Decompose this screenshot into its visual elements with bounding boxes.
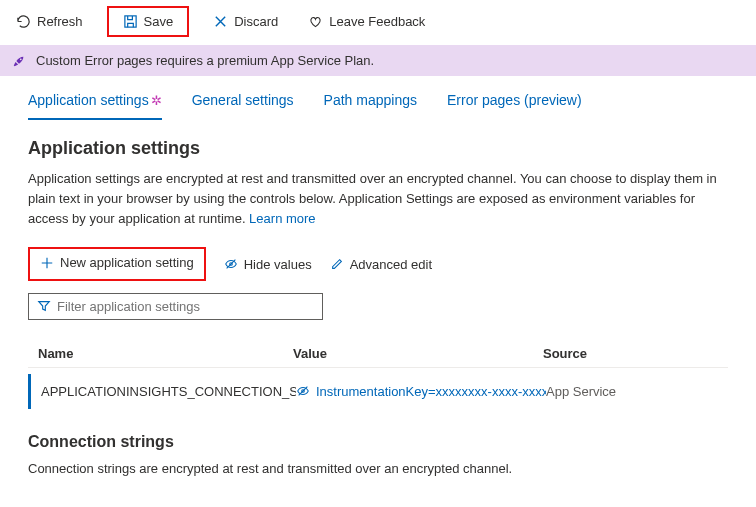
- discard-icon: [213, 14, 228, 29]
- tab-general[interactable]: General settings: [192, 92, 294, 120]
- tab-bar: Application settings✲ General settings P…: [0, 76, 756, 120]
- save-highlight-box: Save: [107, 6, 190, 37]
- tab-errors[interactable]: Error pages (preview): [447, 92, 582, 120]
- row-name: APPLICATIONINSIGHTS_CONNECTION_STRING: [41, 384, 296, 399]
- learn-more-link[interactable]: Learn more: [249, 211, 315, 226]
- hide-values-button[interactable]: Hide values: [224, 257, 312, 272]
- filter-input[interactable]: [57, 299, 314, 314]
- save-label: Save: [144, 14, 174, 29]
- refresh-label: Refresh: [37, 14, 83, 29]
- app-settings-heading: Application settings: [28, 138, 728, 159]
- settings-table: Name Value Source APPLICATIONINSIGHTS_CO…: [28, 340, 728, 409]
- row-value[interactable]: InstrumentationKey=xxxxxxxx-xxxx-xxxx: [296, 384, 546, 399]
- dirty-indicator: ✲: [151, 93, 162, 108]
- col-name-header[interactable]: Name: [38, 346, 293, 361]
- content: Application settings Application setting…: [0, 120, 756, 498]
- feedback-button[interactable]: Leave Feedback: [302, 10, 431, 33]
- refresh-icon: [16, 14, 31, 29]
- advanced-edit-button[interactable]: Advanced edit: [330, 257, 432, 272]
- heart-icon: [308, 14, 323, 29]
- refresh-button[interactable]: Refresh: [10, 10, 89, 33]
- connection-heading: Connection strings: [28, 433, 728, 451]
- eye-off-icon: [224, 257, 238, 271]
- new-app-setting-button[interactable]: New application setting: [40, 255, 194, 270]
- toolbar: Refresh Save Discard Leave Feedback: [0, 0, 756, 43]
- filter-box[interactable]: [28, 293, 323, 320]
- save-icon: [123, 14, 138, 29]
- plus-icon: [40, 256, 54, 270]
- premium-banner: Custom Error pages requires a premium Ap…: [0, 45, 756, 76]
- connection-desc: Connection strings are encrypted at rest…: [28, 461, 728, 476]
- discard-button[interactable]: Discard: [207, 10, 284, 33]
- feedback-label: Leave Feedback: [329, 14, 425, 29]
- col-value-header[interactable]: Value: [293, 346, 543, 361]
- app-settings-desc: Application settings are encrypted at re…: [28, 169, 728, 229]
- tab-path[interactable]: Path mappings: [324, 92, 417, 120]
- discard-label: Discard: [234, 14, 278, 29]
- filter-icon: [37, 299, 51, 313]
- action-row: New application setting Hide values Adva…: [28, 247, 728, 281]
- tab-app-settings[interactable]: Application settings✲: [28, 92, 162, 120]
- banner-text: Custom Error pages requires a premium Ap…: [36, 53, 374, 68]
- save-button[interactable]: Save: [117, 10, 180, 33]
- eye-off-icon: [296, 384, 310, 398]
- svg-rect-0: [124, 16, 135, 27]
- table-header: Name Value Source: [28, 340, 728, 368]
- new-highlight-box: New application setting: [28, 247, 206, 281]
- pencil-icon: [330, 257, 344, 271]
- rocket-icon: [12, 54, 26, 68]
- row-source: App Service: [546, 384, 718, 399]
- table-row[interactable]: APPLICATIONINSIGHTS_CONNECTION_STRING In…: [28, 374, 728, 409]
- col-source-header[interactable]: Source: [543, 346, 718, 361]
